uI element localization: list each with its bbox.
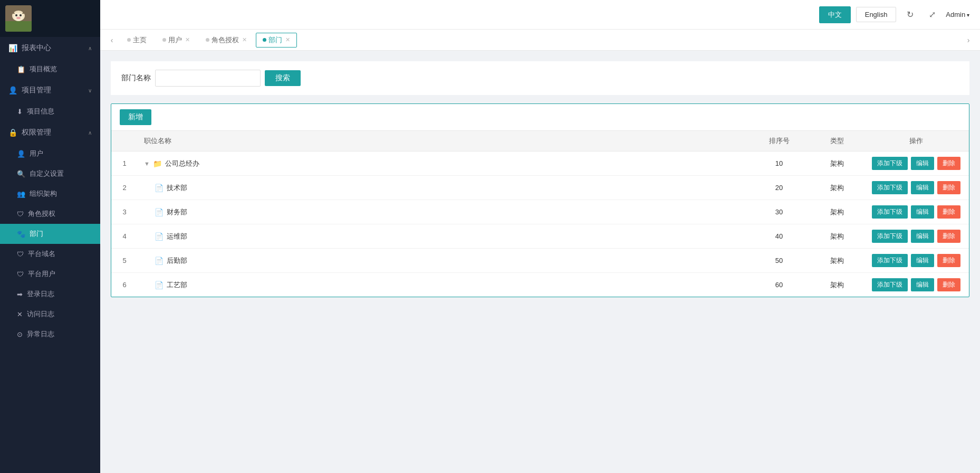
logo-avatar: [5, 5, 32, 32]
chevron-icon: ∧: [88, 130, 92, 136]
search-button[interactable]: 搜索: [265, 70, 301, 86]
folder-icon: 📁: [153, 159, 162, 168]
th-action: 操作: [863, 131, 969, 152]
tab-dept[interactable]: 部门 ✕: [256, 33, 297, 48]
tab-dot: [162, 38, 166, 42]
sidebar-item-platform-domain[interactable]: 🛡 平台域名: [0, 244, 100, 264]
sidebar-item-platform-user[interactable]: 🛡 平台用户: [0, 264, 100, 284]
file-icon: 📄: [155, 208, 164, 216]
tab-close-button[interactable]: ✕: [285, 36, 290, 43]
add-sub-button[interactable]: 添加下级: [872, 157, 908, 170]
fullscreen-icon[interactable]: ⤢: [924, 6, 940, 23]
delete-button[interactable]: 删除: [937, 205, 960, 219]
group-icon: 👥: [17, 190, 25, 198]
tabs-bar: ‹ 主页 用户 ✕ 角色授权 ✕ 部门 ✕ ›: [100, 30, 980, 51]
refresh-icon[interactable]: ↻: [901, 6, 918, 23]
tab-close-button[interactable]: ✕: [242, 36, 247, 43]
tab-label: 用户: [168, 35, 182, 45]
edit-button[interactable]: 编辑: [911, 254, 934, 267]
delete-button[interactable]: 删除: [937, 157, 960, 170]
tabs-more-button[interactable]: ›: [962, 34, 975, 46]
sidebar-item-label: 用户: [30, 149, 43, 158]
tab-dot: [127, 38, 131, 42]
sidebar-item-label: 自定义设置: [30, 169, 64, 178]
edit-button[interactable]: 编辑: [911, 230, 934, 243]
delete-button[interactable]: 删除: [937, 254, 960, 267]
sidebar-item-dept[interactable]: 🐾 部门: [0, 224, 100, 244]
sidebar-item-label: 平台域名: [28, 249, 55, 259]
sidebar-item-label: 角色授权: [28, 209, 55, 219]
tab-home[interactable]: 主页: [120, 33, 153, 48]
search-input[interactable]: [155, 70, 261, 87]
cell-action: 添加下级编辑删除: [863, 200, 969, 224]
sidebar-item-reports[interactable]: 📊 报表中心 ∧: [0, 37, 100, 59]
edit-button[interactable]: 编辑: [911, 205, 934, 219]
cell-action: 添加下级编辑删除: [863, 224, 969, 249]
expand-toggle[interactable]: ▼: [144, 160, 150, 167]
cell-name: 📄财务部: [138, 200, 747, 224]
cell-index: 1: [111, 152, 138, 176]
lang-en-button[interactable]: English: [856, 7, 897, 22]
table-toolbar: 新增: [111, 104, 969, 131]
dept-name: 运维部: [167, 232, 187, 241]
cell-name: 📄技术部: [138, 176, 747, 200]
person-icon: 👤: [8, 86, 17, 94]
add-sub-button[interactable]: 添加下级: [872, 181, 908, 194]
cell-action: 添加下级编辑删除: [863, 273, 969, 297]
sidebar-item-project-info[interactable]: ⬇ 项目信息: [0, 101, 100, 121]
tabs-prev-button[interactable]: ‹: [105, 34, 118, 46]
th-name: 职位名称: [138, 131, 747, 152]
sidebar-item-access-log[interactable]: ✕ 访问日志: [0, 304, 100, 324]
add-sub-button[interactable]: 添加下级: [872, 205, 908, 219]
tab-label: 角色授权: [212, 35, 239, 45]
edit-button[interactable]: 编辑: [911, 278, 934, 291]
sidebar-item-label: 组织架构: [30, 189, 57, 198]
edit-button[interactable]: 编辑: [911, 157, 934, 170]
dept-name: 技术部: [167, 183, 187, 193]
sidebar-item-label: 登录日志: [27, 289, 54, 299]
tab-close-button[interactable]: ✕: [185, 36, 190, 43]
sidebar-item-project-mgmt[interactable]: 👤 项目管理 ∨: [0, 79, 100, 101]
dept-name: 工艺部: [167, 280, 187, 290]
cell-index: 2: [111, 176, 138, 200]
sidebar-item-org-structure[interactable]: 👥 组织架构: [0, 184, 100, 204]
svg-point-5: [16, 17, 21, 19]
add-button[interactable]: 新增: [120, 109, 151, 125]
lang-zh-button[interactable]: 中文: [819, 6, 851, 23]
tab-users[interactable]: 用户 ✕: [156, 33, 197, 48]
bar-chart-icon: 📊: [8, 44, 17, 52]
sidebar-item-role-auth[interactable]: 🛡 角色授权: [0, 204, 100, 224]
tab-role-auth[interactable]: 角色授权 ✕: [199, 33, 254, 48]
dept-table: 职位名称 排序号 类型 操作 1▼📁公司总经办10架构添加下级编辑删除2📄技术部…: [111, 131, 969, 297]
add-sub-button[interactable]: 添加下级: [872, 278, 908, 291]
tab-dot: [206, 38, 209, 42]
cell-type: 架构: [811, 273, 863, 297]
cell-type: 架构: [811, 152, 863, 176]
delete-button[interactable]: 删除: [937, 181, 960, 194]
cell-action: 添加下级编辑删除: [863, 152, 969, 176]
cell-name: 📄后勤部: [138, 249, 747, 273]
sidebar-item-error-log[interactable]: ⊙ 异常日志: [0, 324, 100, 344]
admin-label[interactable]: Admin: [946, 11, 969, 18]
sidebar-item-label: 权限管理: [22, 128, 51, 137]
table-row: 4📄运维部40架构添加下级编辑删除: [111, 224, 969, 249]
download-icon: ⬇: [17, 108, 23, 116]
sidebar-item-project-overview[interactable]: 📋 项目概览: [0, 59, 100, 79]
cell-name: ▼📁公司总经办: [138, 152, 747, 176]
sidebar-item-perm-mgmt[interactable]: 🔒 权限管理 ∧: [0, 121, 100, 144]
cell-type: 架构: [811, 224, 863, 249]
sidebar-item-custom-settings[interactable]: 🔍 自定义设置: [0, 164, 100, 184]
add-sub-button[interactable]: 添加下级: [872, 254, 908, 267]
delete-button[interactable]: 删除: [937, 278, 960, 291]
delete-button[interactable]: 删除: [937, 230, 960, 243]
sidebar-item-label: 部门: [30, 229, 43, 239]
lock-icon: 🔒: [8, 128, 17, 137]
sidebar-item-users[interactable]: 👤 用户: [0, 144, 100, 164]
add-sub-button[interactable]: 添加下级: [872, 230, 908, 243]
paw-icon: 🐾: [17, 230, 25, 238]
sidebar-item-login-log[interactable]: ➡ 登录日志: [0, 284, 100, 304]
cell-sort: 30: [747, 200, 811, 224]
sidebar: 📊 报表中心 ∧ 📋 项目概览 👤 项目管理 ∨ ⬇ 项目信息 🔒 权限管理 ∧…: [0, 0, 100, 473]
cell-type: 架构: [811, 176, 863, 200]
edit-button[interactable]: 编辑: [911, 181, 934, 194]
